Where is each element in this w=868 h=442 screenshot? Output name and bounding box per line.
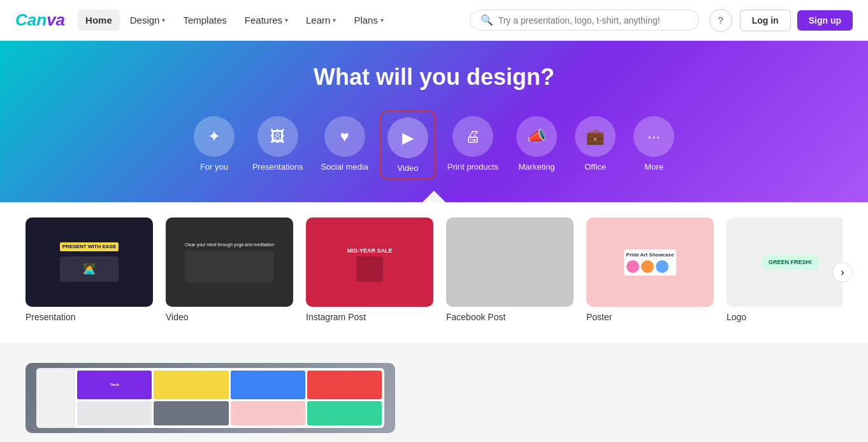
nav-links: Home Design ▾ Templates Features ▾ Learn…: [78, 10, 391, 31]
category-icon-for-you: ✦: [194, 116, 235, 157]
learn-chevron-icon: ▾: [333, 17, 336, 24]
help-button[interactable]: ?: [709, 9, 732, 32]
plans-chevron-icon: ▾: [380, 17, 384, 24]
logo[interactable]: Canva: [15, 10, 65, 30]
nav-plans-label: Plans: [354, 15, 378, 26]
category-item-social-media[interactable]: ♥ Social media: [314, 111, 374, 179]
design-type-thumb-facebook-post: [446, 217, 574, 307]
features-chevron-icon: ▾: [285, 17, 288, 24]
hero-title: What will you design?: [15, 64, 853, 91]
category-label-more: More: [644, 162, 663, 172]
nav-design[interactable]: Design ▾: [122, 10, 173, 31]
nav-plans[interactable]: Plans ▾: [346, 10, 391, 31]
design-chevron-icon: ▾: [162, 17, 165, 24]
design-type-thumb-instagram-post: MID-YEAR SALE: [306, 217, 433, 307]
bottom-section: Deck: [0, 343, 868, 442]
hero-section: What will you design? ✦ For you 🖼 Presen…: [0, 41, 868, 202]
category-label-social-media: Social media: [321, 162, 368, 172]
category-icon-office: 💼: [575, 116, 616, 157]
design-type-label-logo: Logo: [727, 312, 843, 322]
design-type-label-presentation: Presentation: [25, 312, 153, 322]
category-icon-presentations: 🖼: [257, 116, 298, 157]
category-item-more[interactable]: ··· More: [627, 111, 681, 179]
search-bar[interactable]: 🔍: [470, 10, 699, 31]
screen-preview: Deck: [25, 363, 395, 433]
category-label-video: Video: [397, 163, 418, 173]
category-item-print-products[interactable]: 🖨 Print products: [441, 111, 505, 179]
category-icon-marketing: 📣: [516, 116, 557, 157]
scroll-next-button[interactable]: ›: [832, 262, 853, 283]
design-type-card-video[interactable]: Clear your mind through yoga and meditat…: [166, 217, 293, 322]
category-label-office: Office: [584, 162, 606, 172]
logo-text: Canva: [15, 10, 65, 29]
design-type-thumb-logo: GREEN FRESH!: [727, 217, 843, 307]
design-type-card-poster[interactable]: Pride Art Showcase Poster: [586, 217, 714, 322]
category-item-office[interactable]: 💼 Office: [568, 111, 622, 179]
design-type-thumb-poster: Pride Art Showcase: [586, 217, 714, 307]
content-section: PRESENT WITH EASE👩‍💻 Presentation Clear …: [0, 202, 868, 343]
nav-home-label: Home: [85, 15, 112, 26]
screen-preview-inner: Deck: [25, 363, 395, 433]
category-label-presentations: Presentations: [252, 162, 303, 172]
design-type-card-presentation[interactable]: PRESENT WITH EASE👩‍💻 Presentation: [25, 217, 153, 322]
design-type-card-logo[interactable]: GREEN FRESH! Logo: [727, 217, 843, 322]
signup-button[interactable]: Sign up: [797, 10, 853, 31]
navbar: Canva Home Design ▾ Templates Features ▾…: [0, 0, 868, 41]
category-label-print-products: Print products: [447, 162, 498, 172]
help-icon: ?: [718, 15, 723, 26]
nav-learn[interactable]: Learn ▾: [298, 10, 344, 31]
design-type-label-video: Video: [166, 312, 293, 322]
category-item-video[interactable]: ▶ Video: [380, 111, 436, 179]
login-button[interactable]: Log in: [740, 10, 791, 31]
design-type-card-instagram-post[interactable]: MID-YEAR SALE Instagram Post: [306, 217, 433, 322]
nav-home[interactable]: Home: [78, 10, 120, 31]
nav-learn-label: Learn: [306, 15, 330, 26]
design-type-label-poster: Poster: [586, 312, 714, 322]
nav-design-label: Design: [130, 15, 160, 26]
design-types-grid: PRESENT WITH EASE👩‍💻 Presentation Clear …: [25, 217, 843, 327]
search-icon: 🔍: [481, 14, 493, 26]
category-item-presentations[interactable]: 🖼 Presentations: [246, 111, 310, 179]
category-icon-video: ▶: [387, 117, 428, 158]
design-row-wrap: PRESENT WITH EASE👩‍💻 Presentation Clear …: [25, 217, 843, 327]
nav-features-label: Features: [245, 15, 282, 26]
design-type-thumb-presentation: PRESENT WITH EASE👩‍💻: [25, 217, 153, 307]
design-type-label-instagram-post: Instagram Post: [306, 312, 433, 322]
category-icon-print-products: 🖨: [452, 116, 493, 157]
category-list: ✦ For you 🖼 Presentations ♥ Social media…: [15, 111, 853, 192]
category-label-for-you: For you: [200, 162, 228, 172]
nav-features[interactable]: Features ▾: [237, 10, 296, 31]
hero-bottom-indicator: [15, 192, 853, 202]
category-icon-social-media: ♥: [324, 116, 365, 157]
nav-templates-label: Templates: [183, 15, 226, 26]
category-item-for-you[interactable]: ✦ For you: [187, 111, 241, 179]
design-type-thumb-video: Clear your mind through yoga and meditat…: [166, 217, 293, 307]
category-item-marketing[interactable]: 📣 Marketing: [510, 111, 563, 179]
nav-templates[interactable]: Templates: [175, 10, 234, 31]
search-input[interactable]: [498, 15, 688, 26]
category-icon-more: ···: [633, 116, 674, 157]
design-type-label-facebook-post: Facebook Post: [446, 312, 574, 322]
design-type-card-facebook-post[interactable]: Facebook Post: [446, 217, 574, 322]
category-label-marketing: Marketing: [519, 162, 555, 172]
